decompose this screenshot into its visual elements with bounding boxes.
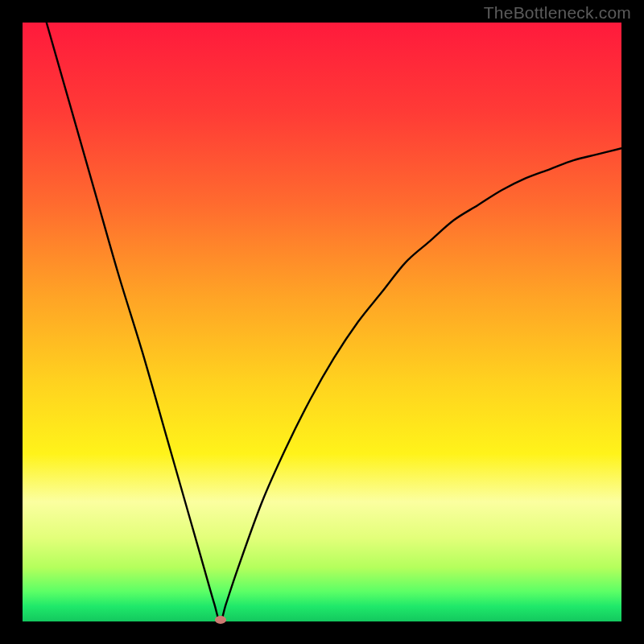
bottleneck-curve	[47, 23, 621, 621]
minimum-point-marker	[215, 616, 226, 624]
curve-layer	[23, 23, 621, 621]
watermark-text: TheBottleneck.com	[484, 3, 631, 23]
chart-frame	[23, 23, 621, 621]
